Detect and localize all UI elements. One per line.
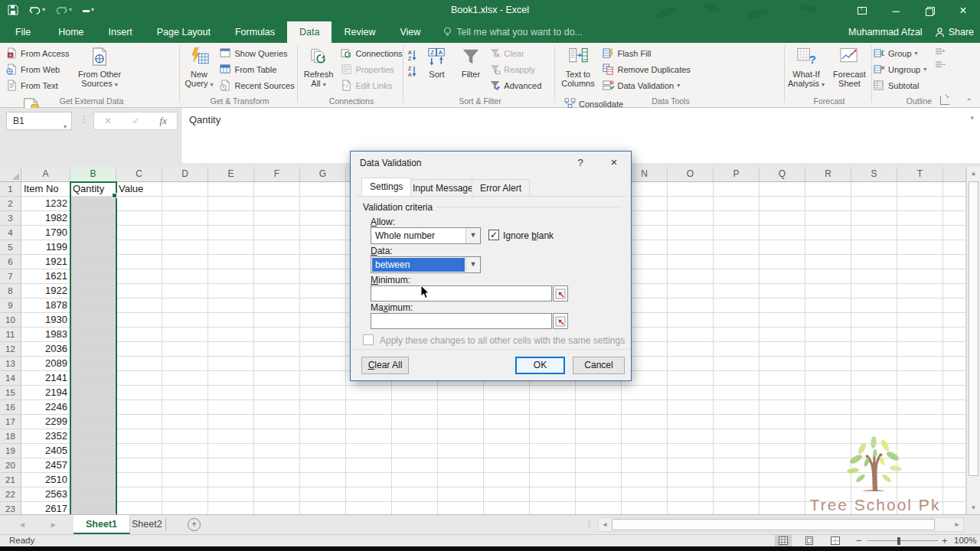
cell-F4[interactable] [254,226,300,240]
add-sheet-button[interactable]: + [188,518,201,531]
cell-G23[interactable] [300,502,346,514]
cell-F11[interactable] [254,328,300,342]
row-header-22[interactable]: 22 [0,487,21,502]
row-header-13[interactable]: 13 [0,357,21,371]
cell-I22[interactable] [392,487,438,502]
cell-T20[interactable] [897,458,943,473]
cell-E21[interactable] [208,473,254,487]
cell-G11[interactable] [300,328,346,342]
subtotal-button[interactable]: Subtotal [874,77,926,93]
cell-S6[interactable] [851,255,897,269]
cell-P19[interactable] [714,444,760,458]
row-header-1[interactable]: 1 [0,182,21,197]
cell-T16[interactable] [897,400,943,415]
cell-O20[interactable] [668,458,714,473]
minimum-range-selector-button[interactable] [553,285,568,302]
cell-G5[interactable] [300,240,346,255]
cell-A19[interactable]: 2405 [21,444,70,458]
cell-Q18[interactable] [760,429,805,444]
cell-R6[interactable] [805,255,851,269]
row-header-20[interactable]: 20 [0,458,21,473]
sort-button[interactable]: ZA Sort [421,43,452,79]
cell-S17[interactable] [851,415,897,429]
row-header-21[interactable]: 21 [0,473,21,487]
cell-M22[interactable] [576,487,622,502]
cell-R13[interactable] [805,357,851,371]
cell-Q6[interactable] [760,255,805,269]
cell-partial16[interactable] [943,400,966,415]
cell-E12[interactable] [208,342,254,357]
cell-K16[interactable] [484,400,530,415]
cell-G4[interactable] [300,226,346,240]
cell-S8[interactable] [851,284,897,298]
cell-P17[interactable] [714,415,760,429]
cell-N17[interactable] [622,415,668,429]
cell-J18[interactable] [438,429,484,444]
row-header-19[interactable]: 19 [0,444,21,458]
cell-R7[interactable] [805,269,851,284]
cell-A8[interactable]: 1922 [21,284,70,298]
cell-T18[interactable] [897,429,943,444]
dialog-help-button[interactable]: ? [573,157,588,168]
text-to-columns-button[interactable]: Text to Columns [557,43,599,88]
cell-Q22[interactable] [760,487,805,502]
data-validation-button[interactable]: Data Validation ▾ [603,77,690,93]
cell-E6[interactable] [208,255,254,269]
cell-G9[interactable] [300,298,346,313]
cell-B13[interactable] [70,357,116,371]
cell-S3[interactable] [851,211,897,226]
cell-P16[interactable] [714,400,760,415]
cell-partial5[interactable] [943,240,966,255]
cell-G20[interactable] [300,458,346,473]
show-queries-button[interactable]: Show Queries [220,45,294,61]
cell-K23[interactable] [484,502,530,514]
confirm-entry-icon[interactable]: ✓ [132,116,139,126]
cell-E9[interactable] [208,298,254,313]
cell-E4[interactable] [208,226,254,240]
cell-K17[interactable] [484,415,530,429]
cell-T12[interactable] [897,342,943,357]
name-box[interactable]: B1▾ [6,112,72,130]
cell-I17[interactable] [392,415,438,429]
cell-F21[interactable] [254,473,300,487]
normal-view-icon[interactable] [775,535,792,546]
cell-partial23[interactable] [943,502,966,514]
cell-H17[interactable] [346,415,392,429]
cell-D23[interactable] [162,502,208,514]
cell-O22[interactable] [668,487,714,502]
cell-O10[interactable] [668,313,714,328]
cell-D9[interactable] [162,298,208,313]
cell-B5[interactable] [70,240,116,255]
cell-N15[interactable] [622,386,668,400]
cell-A2[interactable]: 1232 [21,197,70,211]
cell-A16[interactable]: 2246 [21,400,70,415]
cell-C22[interactable] [116,487,162,502]
user-name[interactable]: Muhammad Afzal [848,27,923,37]
cell-D4[interactable] [162,226,208,240]
cell-E15[interactable] [208,386,254,400]
cell-D14[interactable] [162,371,208,386]
cell-T15[interactable] [897,386,943,400]
cell-G6[interactable] [300,255,346,269]
maximum-range-selector-button[interactable] [553,313,568,329]
scroll-right-icon[interactable]: ► [951,518,963,531]
cell-D20[interactable] [162,458,208,473]
cell-A15[interactable]: 2194 [21,386,70,400]
vertical-scroll-thumb[interactable] [969,181,978,476]
cell-A21[interactable]: 2510 [21,473,70,487]
connections-button[interactable]: Connections [341,45,402,61]
ribbon-display-options-button[interactable] [845,0,879,21]
cell-K22[interactable] [484,487,530,502]
apply-changes-checkbox[interactable] [363,334,374,345]
cell-A23[interactable]: 2617 [21,502,70,514]
cell-T22[interactable] [897,487,943,502]
cell-G1[interactable] [300,182,346,197]
cell-C21[interactable] [116,473,162,487]
cell-I19[interactable] [392,444,438,458]
tab-file[interactable]: File [0,21,46,43]
cell-D21[interactable] [162,473,208,487]
cell-K18[interactable] [484,429,530,444]
cell-F14[interactable] [254,371,300,386]
cell-N18[interactable] [622,429,668,444]
column-header-T[interactable]: T [897,167,943,182]
